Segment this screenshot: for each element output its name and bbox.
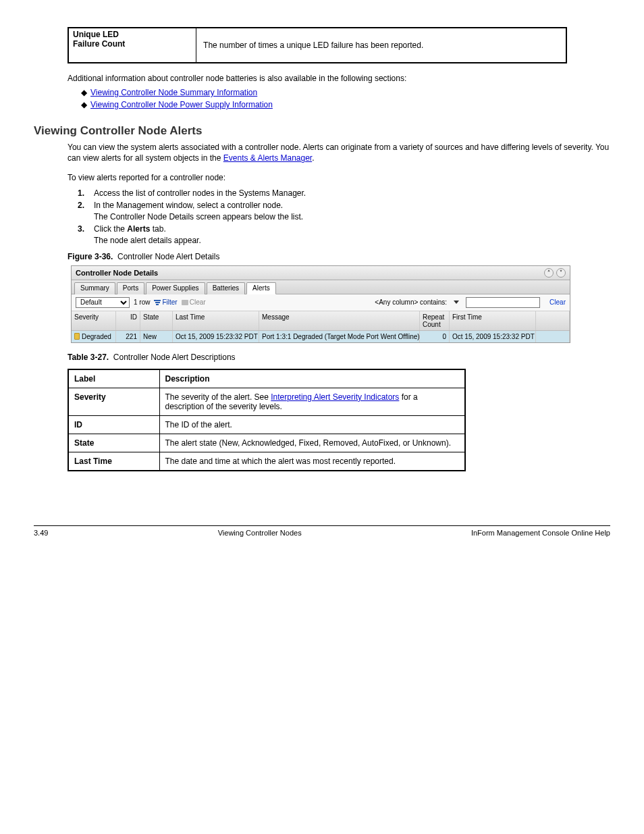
- tab-ports[interactable]: Ports: [117, 282, 144, 294]
- controller-node-details-panel: Controller Node Details ˄ ˅ Summary Port…: [71, 265, 570, 343]
- additional-info-list: ◆Viewing Controller Node Summary Informa…: [81, 88, 610, 109]
- grid-header: Severity ID State Last Time Message Repe…: [72, 311, 570, 331]
- row-severity-label: Severity: [68, 388, 159, 415]
- cell-state: New: [140, 331, 173, 342]
- clear-filter-icon: [182, 300, 188, 305]
- tab-summary[interactable]: Summary: [74, 282, 115, 294]
- col-severity[interactable]: Severity: [72, 311, 116, 330]
- col-message[interactable]: Message: [259, 311, 420, 330]
- clear-link[interactable]: Clear: [549, 298, 566, 306]
- col-state[interactable]: State: [140, 311, 173, 330]
- step-1: 1. Access the list of controller nodes i…: [78, 188, 610, 198]
- desc-header-desc: Description: [159, 369, 465, 388]
- meta-label: Unique LED Failure Count: [68, 28, 196, 63]
- page-footer: 3.49 Viewing Controller Nodes InForm Man…: [34, 526, 610, 537]
- contains-label: <Any column> contains:: [375, 298, 447, 306]
- link-severity-indicators[interactable]: Interpreting Alert Severity Indicators: [271, 392, 399, 402]
- row-state-label: State: [68, 434, 159, 452]
- desc-header-label: Label: [68, 369, 159, 388]
- section-heading: Viewing Controller Node Alerts: [34, 124, 610, 138]
- row-id-label: ID: [68, 415, 159, 434]
- link-events-alerts[interactable]: Events & Alerts Manager: [223, 153, 312, 163]
- step-3: 3. Click the Alerts tab. The node alert …: [78, 224, 610, 245]
- panel-header: Controller Node Details ˄ ˅: [72, 266, 570, 280]
- footer-center: Viewing Controller Nodes: [218, 529, 302, 537]
- filter-button[interactable]: Filter: [154, 298, 177, 306]
- row-lasttime-label: Last Time: [68, 452, 159, 471]
- cell-id: 221: [116, 331, 140, 342]
- dropdown-icon[interactable]: [454, 301, 459, 304]
- row-count: 1 row: [134, 298, 150, 306]
- filter-input[interactable]: [466, 297, 540, 308]
- desc-table-caption: Table 3-27. Controller Node Alert Descri…: [68, 353, 610, 362]
- desc-table: Label Description Severity The severity …: [68, 369, 466, 471]
- tab-alerts[interactable]: Alerts: [246, 282, 276, 294]
- clear-filter-button[interactable]: Clear: [182, 298, 206, 306]
- col-repeat[interactable]: Repeat Count: [420, 311, 450, 330]
- metadata-table: Unique LED Failure Count The number of t…: [68, 27, 567, 63]
- row-lasttime-desc: The date and time at which the alert was…: [159, 452, 465, 471]
- warning-icon: [74, 333, 80, 340]
- bullet-icon: ◆: [81, 100, 90, 109]
- row-severity-desc: The severity of the alert. See Interpret…: [159, 388, 465, 415]
- section-paragraph: You can view the system alerts associate…: [68, 142, 610, 163]
- link-psu-info[interactable]: Viewing Controller Node Power Supply Inf…: [90, 100, 273, 109]
- steps-intro: To view alerts reported for a controller…: [68, 172, 610, 183]
- cell-severity: Degraded: [82, 333, 111, 340]
- tab-power-supplies[interactable]: Power Supplies: [146, 282, 205, 294]
- cell-repeat: 0: [420, 331, 450, 342]
- step-2: 2. In the Management window, select a co…: [78, 201, 610, 221]
- row-id-desc: The ID of the alert.: [159, 415, 465, 434]
- footer-right: InForm Management Console Online Help: [471, 529, 610, 537]
- row-state-desc: The alert state (New, Acknowledged, Fixe…: [159, 434, 465, 452]
- view-select[interactable]: Default: [76, 297, 130, 308]
- collapse-up-icon[interactable]: ˄: [544, 268, 554, 278]
- footer-left: 3.49: [34, 529, 48, 537]
- link-summary-info[interactable]: Viewing Controller Node Summary Informat…: [90, 88, 257, 97]
- collapse-down-icon[interactable]: ˅: [556, 268, 566, 278]
- col-id[interactable]: ID: [116, 311, 140, 330]
- col-last-time[interactable]: Last Time: [173, 311, 259, 330]
- col-first-time[interactable]: First Time: [450, 311, 536, 330]
- cell-last-time: Oct 15, 2009 15:23:32 PDT: [173, 331, 259, 342]
- cell-first-time: Oct 15, 2009 15:23:32 PDT: [450, 331, 536, 342]
- grid-row[interactable]: Degraded 221 New Oct 15, 2009 15:23:32 P…: [72, 331, 570, 342]
- additional-info-intro: Additional information about controller …: [68, 73, 610, 84]
- panel-toolbar: Default 1 row Filter Clear <Any column> …: [72, 294, 570, 311]
- panel-title: Controller Node Details: [76, 269, 158, 277]
- tab-batteries[interactable]: Batteries: [207, 282, 245, 294]
- figure-caption: Figure 3-36. Controller Node Alert Detai…: [68, 252, 610, 261]
- panel-tabs: Summary Ports Power Supplies Batteries A…: [72, 280, 570, 294]
- col-tail: [536, 311, 570, 330]
- bullet-icon: ◆: [81, 88, 90, 97]
- cell-message: Port 1:3:1 Degraded (Target Mode Port We…: [259, 331, 420, 342]
- meta-value: The number of times a unique LED failure…: [196, 28, 566, 63]
- filter-icon: [154, 300, 161, 305]
